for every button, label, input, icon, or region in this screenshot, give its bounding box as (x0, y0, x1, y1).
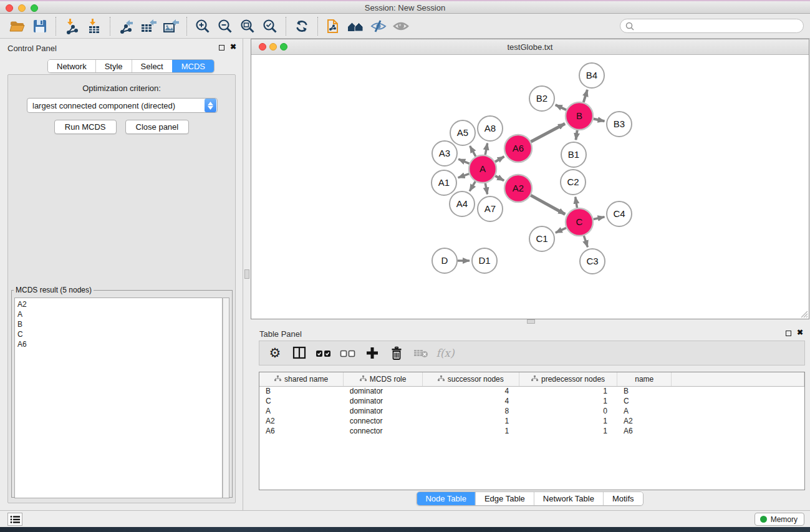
table-cell[interactable]: connector (344, 426, 423, 436)
network-node-B4[interactable]: B4 (579, 63, 604, 88)
toggle-graphics-details-icon[interactable] (367, 16, 390, 36)
table-cell[interactable]: dominator (344, 406, 423, 416)
zoom-out-icon[interactable] (214, 16, 236, 36)
zoom-in-icon[interactable] (191, 16, 214, 36)
network-node-A1[interactable]: A1 (432, 170, 456, 195)
network-node-D[interactable]: D (432, 248, 457, 273)
deselect-all-icon[interactable] (340, 345, 356, 361)
refresh-icon[interactable] (291, 16, 313, 36)
network-edge-C-C1[interactable] (556, 228, 566, 233)
result-list-item[interactable]: C (17, 329, 222, 339)
float-panel-icon[interactable] (219, 45, 224, 51)
network-edge-B-B4[interactable] (584, 90, 587, 102)
network-node-A3[interactable]: A3 (432, 141, 457, 166)
import-table-icon[interactable] (83, 16, 105, 36)
network-edge-A-A2[interactable] (495, 176, 504, 181)
network-edge-A-A5[interactable] (470, 146, 476, 157)
network-graph-canvas[interactable]: AA1A3A5A8A4A7A6A2BB1B2B3B4CC1C2C3C4DD1 (252, 56, 809, 319)
memory-button[interactable]: Memory (755, 513, 804, 526)
network-edge-A-A4[interactable] (470, 181, 475, 191)
column-header-shared-name[interactable]: shared name (259, 372, 344, 386)
table-cell[interactable]: A2 (259, 416, 344, 426)
table-cell[interactable]: C (617, 396, 672, 406)
table-cell[interactable]: 1 (422, 426, 519, 436)
table-row-A[interactable]: Adominator80A (259, 406, 804, 416)
vertical-splitter-handle[interactable] (244, 269, 249, 279)
network-edge-C-C3[interactable] (584, 236, 587, 247)
table-cell[interactable]: connector (344, 416, 423, 426)
table-cell[interactable]: C (259, 396, 344, 406)
network-node-C4[interactable]: C4 (607, 201, 632, 226)
network-node-D1[interactable]: D1 (472, 248, 497, 273)
network-node-B1[interactable]: B1 (561, 142, 586, 167)
network-node-C1[interactable]: C1 (529, 226, 554, 251)
network-edge-B-B3[interactable] (594, 119, 605, 122)
export-image-icon[interactable] (160, 16, 182, 36)
result-list-item[interactable]: B (17, 319, 222, 329)
network-edge-A6-B[interactable] (531, 123, 565, 142)
show-hide-eye-icon[interactable] (390, 16, 412, 36)
network-node-A[interactable]: A (469, 155, 496, 183)
table-row-B[interactable]: Bdominator41B (259, 386, 804, 396)
result-list-item[interactable]: A6 (17, 339, 222, 349)
result-list-scrollbar[interactable] (223, 297, 229, 498)
close-panel-button[interactable]: Close panel (125, 120, 190, 134)
table-cell[interactable]: 1 (519, 386, 617, 396)
table-cell[interactable]: 1 (422, 416, 519, 426)
settings-gear-icon[interactable]: ⚙ (267, 345, 283, 361)
table-cell[interactable]: A6 (617, 426, 672, 436)
table-cell[interactable]: 1 (519, 416, 617, 426)
network-edge-C-C4[interactable] (594, 217, 605, 220)
table-cell[interactable]: A (259, 406, 344, 416)
delete-column-icon[interactable] (388, 345, 405, 361)
table-cell[interactable]: 0 (519, 406, 617, 416)
column-header-successor-nodes[interactable]: successor nodes (422, 372, 519, 386)
result-list-item[interactable]: A (17, 309, 222, 319)
open-file-icon[interactable] (6, 16, 29, 36)
network-node-A5[interactable]: A5 (450, 120, 475, 145)
tab-edge-table[interactable]: Edge Table (475, 492, 534, 505)
table-cell[interactable]: 1 (519, 396, 617, 406)
tab-network[interactable]: Network (48, 60, 95, 72)
window-resize-grip[interactable] (799, 309, 808, 318)
network-node-A8[interactable]: A8 (478, 116, 503, 141)
search-field[interactable] (620, 19, 804, 33)
network-node-C2[interactable]: C2 (561, 170, 586, 195)
network-node-A7[interactable]: A7 (478, 196, 503, 221)
network-edge-B-B1[interactable] (576, 130, 577, 140)
network-node-B3[interactable]: B3 (607, 112, 632, 137)
network-node-B2[interactable]: B2 (529, 86, 554, 111)
task-history-button[interactable] (7, 513, 22, 526)
tab-node-table[interactable]: Node Table (417, 492, 475, 505)
tab-mcds[interactable]: MCDS (172, 60, 214, 72)
result-list-item[interactable]: A2 (17, 299, 222, 309)
column-header-predecessor-nodes[interactable]: predecessor nodes (519, 372, 617, 386)
export-network-icon[interactable] (115, 16, 137, 36)
network-edge-C-C2[interactable] (576, 197, 577, 208)
table-cell[interactable]: 4 (422, 386, 519, 396)
table-cell[interactable]: B (259, 386, 344, 396)
network-edge-A-A8[interactable] (485, 143, 487, 155)
network-edge-A2-C[interactable] (531, 195, 565, 214)
export-table-icon[interactable] (137, 16, 160, 36)
tab-style[interactable]: Style (95, 60, 132, 72)
close-panel-icon[interactable]: ✖ (797, 328, 803, 337)
table-cell[interactable]: 4 (422, 396, 519, 406)
network-node-B[interactable]: B (566, 102, 593, 130)
save-session-icon[interactable] (29, 16, 51, 36)
table-cell[interactable]: A (617, 406, 672, 416)
run-mcds-button[interactable]: Run MCDS (54, 120, 117, 134)
horizontal-splitter-handle[interactable] (527, 319, 535, 324)
mcds-result-list[interactable]: A2ABCA6 (14, 297, 223, 498)
network-edge-A-A1[interactable] (458, 174, 470, 178)
search-input[interactable] (635, 21, 803, 32)
network-edge-A-A6[interactable] (495, 157, 504, 162)
close-panel-icon[interactable]: ✖ (230, 42, 236, 51)
home-icon[interactable] (345, 16, 367, 36)
network-node-A2[interactable]: A2 (504, 175, 532, 202)
table-cell[interactable]: 1 (519, 426, 617, 436)
network-edge-A-A3[interactable] (458, 159, 470, 163)
network-node-C3[interactable]: C3 (580, 249, 605, 274)
table-row-A2[interactable]: A2connector11A2 (259, 416, 804, 426)
optimization-criterion-select[interactable]: largest connected component (directed) (27, 98, 218, 113)
